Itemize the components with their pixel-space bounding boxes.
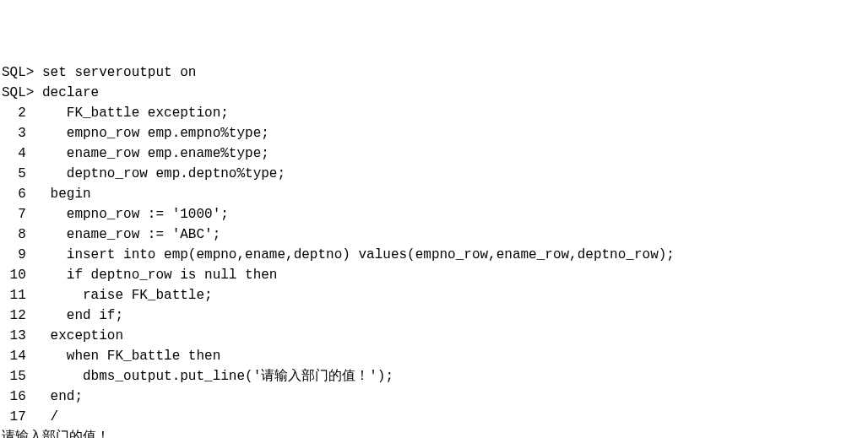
line-number: 9 xyxy=(2,245,34,265)
sql-line: 5 deptno_row emp.deptno%type; xyxy=(2,164,866,184)
line-number: 17 xyxy=(2,407,34,427)
line-number: 7 xyxy=(2,204,34,224)
sql-code: raise FK_battle; xyxy=(34,288,212,303)
line-number: 8 xyxy=(2,224,34,245)
sql-line: 8 ename_row := 'ABC'; xyxy=(2,224,866,245)
sql-code: empno_row := '1000'; xyxy=(34,207,228,222)
sql-code: declare xyxy=(34,85,99,100)
sql-code: ename_row emp.ename%type; xyxy=(34,146,269,161)
sql-code: end; xyxy=(34,389,83,404)
sql-code: / xyxy=(34,409,58,424)
sql-line: 7 empno_row := '1000'; xyxy=(2,204,866,224)
sql-line: 11 raise FK_battle; xyxy=(2,285,866,306)
sql-code: end if; xyxy=(34,308,123,323)
line-number: 5 xyxy=(2,164,34,184)
sql-code: FK_battle exception; xyxy=(34,105,228,121)
sql-code: insert into emp(empno,ename,deptno) valu… xyxy=(34,247,675,262)
sql-code: exception xyxy=(34,328,123,343)
sql-terminal: SQL> set serveroutput onSQL> declare2 FK… xyxy=(2,62,866,438)
sql-code: deptno_row emp.deptno%type; xyxy=(34,166,285,181)
sql-line: 10 if deptno_row is null then xyxy=(2,265,866,285)
line-number: 2 xyxy=(2,103,34,123)
sql-code: begin xyxy=(34,187,90,202)
line-number: 15 xyxy=(2,366,34,387)
sql-line: 3 empno_row emp.empno%type; xyxy=(2,123,866,143)
sql-code: if deptno_row is null then xyxy=(34,268,277,283)
line-number: 16 xyxy=(2,387,34,407)
sql-code: set serveroutput on xyxy=(34,65,196,80)
sql-line: 16 end; xyxy=(2,387,866,407)
line-number: 12 xyxy=(2,306,34,326)
sql-code: dbms_output.put_line('请输入部门的值！'); xyxy=(34,369,393,384)
sql-code: when FK_battle then xyxy=(34,349,220,364)
line-number: 3 xyxy=(2,123,34,143)
sql-line: 13 exception xyxy=(2,326,866,346)
sql-line: SQL> set serveroutput on xyxy=(2,62,866,83)
sql-prompt: SQL> xyxy=(2,65,34,80)
sql-line: 12 end if; xyxy=(2,306,866,326)
line-number: 13 xyxy=(2,326,34,346)
sql-line: 17 / xyxy=(2,407,866,427)
sql-line: 2 FK_battle exception; xyxy=(2,103,866,123)
line-number: 10 xyxy=(2,265,34,285)
sql-line: SQL> declare xyxy=(2,83,866,103)
sql-prompt: SQL> xyxy=(2,85,34,100)
output-line: 请输入部门的值！ xyxy=(2,427,866,438)
sql-line: 4 ename_row emp.ename%type; xyxy=(2,143,866,164)
line-number: 4 xyxy=(2,143,34,164)
line-number: 11 xyxy=(2,285,34,306)
line-number: 14 xyxy=(2,346,34,366)
sql-line: 15 dbms_output.put_line('请输入部门的值！'); xyxy=(2,366,866,387)
sql-line: 9 insert into emp(empno,ename,deptno) va… xyxy=(2,245,866,265)
sql-code: empno_row emp.empno%type; xyxy=(34,126,269,141)
line-number: 6 xyxy=(2,184,34,204)
sql-line: 14 when FK_battle then xyxy=(2,346,866,366)
sql-code: ename_row := 'ABC'; xyxy=(34,227,220,242)
sql-line: 6 begin xyxy=(2,184,866,204)
